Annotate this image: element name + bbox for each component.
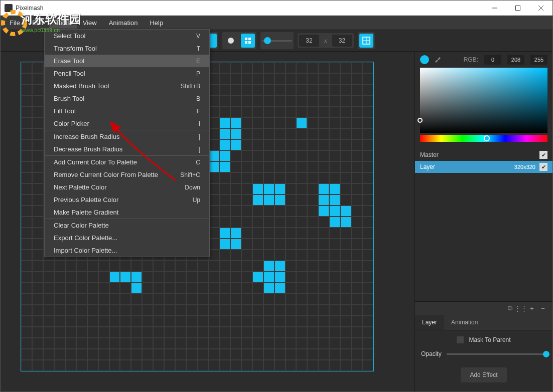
visibility-check-icon[interactable]: ✔ (539, 151, 547, 159)
menu-item-label: Decrease Brush Radius (54, 145, 199, 153)
tab-animation[interactable]: Animation (444, 315, 485, 330)
mask-checkbox[interactable] (457, 336, 464, 343)
menu-item-select-tool[interactable]: Select ToolV (45, 30, 209, 42)
color-field[interactable] (420, 68, 547, 133)
hue-slider[interactable] (420, 135, 547, 142)
canvas-height-input[interactable]: 32 (332, 35, 352, 47)
menu-item-label: Export Color Palette... (54, 234, 200, 242)
grid-toggle-icon[interactable] (359, 34, 373, 48)
menu-item-shortcut: F (197, 108, 200, 115)
menu-item-fill-tool[interactable]: Fill ToolF (45, 105, 209, 117)
layer-toolbar: ⧉ ⋮⋮ + − (415, 301, 552, 315)
layer-properties: Mask To Parent Opacity Add Effect (415, 330, 552, 391)
rgb-b-input[interactable]: 255 (530, 55, 547, 65)
menu-item-label: Erase Tool (54, 57, 196, 65)
menu-view[interactable]: View (77, 17, 103, 29)
menu-item-clear-color-palette[interactable]: Clear Color Palette (45, 219, 209, 232)
menu-item-add-current-color-to-palette[interactable]: Add Current Color To PaletteC (45, 155, 209, 168)
eyedropper-icon[interactable] (434, 56, 442, 64)
menu-item-shortcut: V (196, 33, 200, 40)
titlebar: Pixelmash (1, 1, 552, 16)
menu-item-previous-palette-color[interactable]: Previous Palette ColorUp (45, 193, 209, 206)
visibility-check-icon[interactable]: ✔ (539, 163, 547, 171)
right-panel: RGB: 0 208 255 Master ✔ Layer 320x320 (414, 52, 552, 391)
brush-size-slider[interactable] (262, 34, 292, 48)
svg-point-4 (228, 38, 234, 44)
menu-item-label: Previous Palette Color (54, 196, 193, 204)
menu-item-shortcut: P (196, 70, 200, 77)
menu-item-label: Color Picker (54, 120, 199, 127)
opacity-row: Opacity (421, 350, 546, 357)
tab-layer[interactable]: Layer (415, 315, 444, 330)
menu-item-label: Remove Current Color From Palette (54, 171, 180, 178)
duplicate-layer-icon[interactable]: ⧉ (505, 304, 514, 313)
menu-item-shortcut: Shift+C (180, 171, 200, 178)
rgb-label: RGB: (464, 56, 478, 63)
layer-row[interactable]: Layer 320x320 ✔ (415, 161, 552, 173)
menu-item-shortcut: E (196, 58, 200, 65)
menu-item-shortcut: C (196, 159, 200, 166)
svg-rect-5 (245, 38, 247, 40)
merge-layer-icon[interactable]: ⋮⋮ (516, 304, 525, 313)
hue-cursor[interactable] (484, 135, 490, 141)
window-title: Pixelmash (16, 5, 483, 12)
menu-item-decrease-brush-radius[interactable]: Decrease Brush Radius[ (45, 143, 209, 155)
menu-item-label: Brush Tool (54, 95, 196, 102)
layer-name-label: Layer (420, 163, 510, 170)
remove-layer-icon[interactable]: − (538, 304, 547, 313)
menu-item-color-picker[interactable]: Color PickerI (45, 117, 209, 130)
window-controls (483, 1, 552, 16)
svg-rect-1 (516, 6, 520, 10)
layers-list: Master ✔ Layer 320x320 ✔ (415, 147, 552, 175)
mask-to-parent-label: Mask To Parent (469, 336, 510, 343)
rgb-g-input[interactable]: 208 (507, 55, 524, 65)
menu-edit[interactable]: Edit (26, 17, 49, 29)
rgb-r-input[interactable]: 0 (484, 55, 501, 65)
layer-master[interactable]: Master ✔ (415, 149, 552, 161)
menu-item-import-color-palette-[interactable]: Import Color Palette... (45, 244, 209, 257)
opacity-label: Opacity (421, 350, 442, 357)
menu-item-brush-tool[interactable]: Brush ToolB (45, 92, 209, 105)
menubar: FileEditToolsViewAnimationHelp (1, 16, 552, 30)
circle-shape-icon[interactable] (224, 34, 238, 48)
close-button[interactable] (529, 1, 552, 16)
add-layer-icon[interactable]: + (527, 304, 536, 313)
menu-item-masked-brush-tool[interactable]: Masked Brush ToolShift+B (45, 80, 209, 92)
menu-item-export-color-palette-[interactable]: Export Color Palette... (45, 232, 209, 244)
opacity-slider[interactable] (447, 353, 546, 355)
brush-size-slider-group (260, 32, 294, 49)
svg-rect-8 (248, 41, 251, 44)
menu-item-shortcut: Shift+B (181, 83, 200, 90)
menu-item-transform-tool[interactable]: Transform ToolT (45, 42, 209, 55)
minimize-button[interactable] (483, 1, 506, 16)
menu-item-shortcut: [ (199, 146, 200, 153)
pixel-shape-icon[interactable] (241, 34, 255, 48)
menu-help[interactable]: Help (144, 17, 169, 29)
menu-item-label: Import Color Palette... (54, 247, 200, 254)
menu-file[interactable]: File (4, 17, 26, 29)
opacity-knob[interactable] (543, 351, 549, 357)
property-tabs: Layer Animation (415, 315, 552, 330)
svg-rect-7 (245, 41, 247, 44)
tools-dropdown: Select ToolVTransform ToolTErase ToolEPe… (44, 29, 210, 257)
canvas-width-input[interactable]: 32 (299, 35, 319, 47)
current-color-dot[interactable] (420, 55, 429, 64)
menu-item-label: Transform Tool (54, 45, 197, 52)
menu-item-label: Increase Brush Radius (54, 133, 199, 140)
menu-item-remove-current-color-from-palette[interactable]: Remove Current Color From PaletteShift+C (45, 168, 209, 181)
maximize-button[interactable] (506, 1, 529, 16)
canvas-size-group: 32 x 32 (298, 33, 354, 48)
mask-to-parent-row: Mask To Parent (421, 336, 546, 343)
add-effect-button[interactable]: Add Effect (461, 367, 506, 382)
menu-item-label: Fill Tool (54, 107, 197, 115)
menu-item-shortcut: T (197, 45, 200, 52)
menu-item-label: Next Palette Color (54, 183, 185, 191)
menu-item-pencil-tool[interactable]: Pencil ToolP (45, 67, 209, 80)
color-cursor[interactable] (418, 118, 423, 123)
menu-item-next-palette-color[interactable]: Next Palette ColorDown (45, 181, 209, 193)
menu-item-make-palette-gradient[interactable]: Make Palette Gradient (45, 206, 209, 219)
menu-tools[interactable]: Tools (49, 17, 76, 29)
menu-animation[interactable]: Animation (103, 17, 144, 29)
menu-item-increase-brush-radius[interactable]: Increase Brush Radius] (45, 130, 209, 143)
menu-item-erase-tool[interactable]: Erase ToolE (45, 55, 209, 67)
